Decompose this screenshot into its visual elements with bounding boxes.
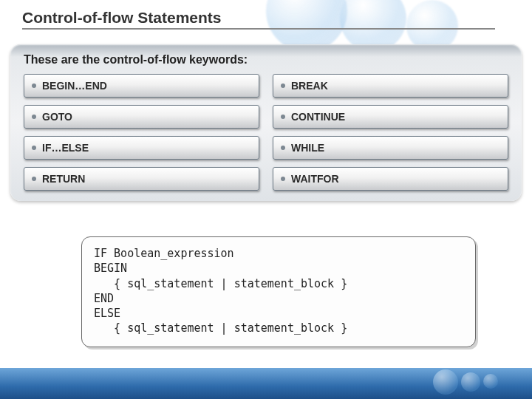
keyword-label: IF…ELSE — [42, 142, 89, 154]
keyword-item: CONTINUE — [273, 105, 508, 129]
bullet-icon — [32, 177, 36, 181]
keyword-item: IF…ELSE — [24, 136, 259, 160]
keyword-label: CONTINUE — [291, 111, 345, 123]
keyword-label: WHILE — [291, 142, 324, 154]
keywords-panel: These are the control-of-flow keywords: … — [10, 44, 522, 201]
keyword-item: BEGIN…END — [24, 74, 259, 98]
keyword-label: RETURN — [42, 173, 85, 185]
bullet-icon — [32, 83, 36, 88]
bullet-icon — [281, 115, 285, 119]
keyword-item: BREAK — [273, 74, 508, 98]
footer-decorative-bubbles — [421, 368, 510, 398]
keyword-label: GOTO — [42, 111, 72, 123]
slide-title: Control-of-flow Statements — [22, 9, 495, 30]
keywords-grid: BEGIN…END BREAK GOTO CONTINUE IF…ELSE WH… — [10, 74, 522, 191]
keyword-item: WAITFOR — [273, 167, 508, 191]
footer-band — [0, 368, 532, 399]
slide: Control-of-flow Statements These are the… — [0, 0, 532, 399]
keyword-label: BREAK — [291, 80, 328, 92]
panel-heading: These are the control-of-flow keywords: — [10, 52, 522, 74]
keyword-item: GOTO — [24, 105, 259, 129]
bullet-icon — [281, 146, 285, 150]
keyword-label: BEGIN…END — [42, 80, 107, 92]
bullet-icon — [32, 146, 36, 150]
bullet-icon — [32, 115, 36, 119]
bullet-icon — [281, 177, 285, 181]
keyword-item: RETURN — [24, 167, 259, 191]
bullet-icon — [281, 83, 285, 88]
code-example: IF Boolean_expression BEGIN { sql_statem… — [81, 236, 476, 347]
keyword-label: WAITFOR — [291, 173, 339, 185]
keyword-item: WHILE — [273, 136, 508, 160]
